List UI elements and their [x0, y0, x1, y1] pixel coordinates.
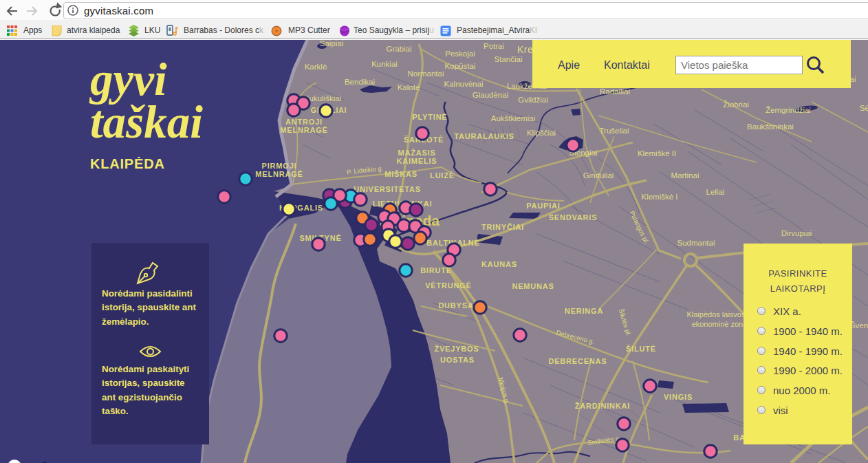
svg-text:Kunkiai: Kunkiai: [371, 60, 398, 68]
svg-text:Glaudėnai: Glaudėnai: [473, 91, 508, 99]
svg-text:NERINGA: NERINGA: [565, 307, 603, 315]
svg-text:KAUNAS: KAUNAS: [481, 260, 517, 268]
svg-text:Klemiškė I: Klemiškė I: [641, 193, 677, 201]
svg-text:Leliai: Leliai: [706, 188, 725, 196]
svg-text:ANTROJI: ANTROJI: [285, 118, 323, 126]
svg-text:Kalotė: Kalotė: [398, 83, 420, 91]
svg-text:TAURALAUKIS: TAURALAUKIS: [454, 132, 514, 140]
svg-text:Aukštkiemiai: Aukštkiemiai: [491, 114, 536, 122]
svg-text:Kalnuvėnai: Kalnuvėnai: [444, 80, 484, 88]
svg-text:Šven: Šven: [850, 321, 868, 330]
svg-text:Kopūstai: Kopūstai: [445, 62, 476, 70]
svg-text:VINGIS: VINGIS: [664, 393, 693, 401]
svg-text:NEMUNAS: NEMUNAS: [512, 282, 554, 290]
svg-text:KAIMELIS: KAIMELIS: [397, 157, 437, 165]
svg-text:Žemgrindžiai: Žemgrindžiai: [766, 106, 811, 114]
svg-text:UOSTAS: UOSTAS: [440, 356, 475, 364]
svg-text:Klemiškė II: Klemiškė II: [638, 149, 676, 158]
svg-text:Normantai: Normantai: [407, 69, 444, 78]
svg-text:MAŽASIS: MAŽASIS: [398, 149, 435, 157]
svg-text:Sudmantai: Sudmantai: [677, 239, 715, 247]
svg-text:ŽARDININKAI: ŽARDININKAI: [575, 402, 630, 410]
svg-text:Trušeliai: Trušeliai: [599, 127, 629, 135]
svg-text:Karklė: Karklė: [305, 63, 327, 71]
svg-text:UNIVERSITETAS: UNIVERSITETAS: [354, 185, 421, 193]
svg-text:Peskojai: Peskojai: [445, 50, 475, 58]
svg-text:Ginduliai: Ginduliai: [583, 171, 614, 180]
svg-text:PLYTINĖ: PLYTINĖ: [412, 113, 447, 121]
svg-text:BIRUTĖ: BIRUTĖ: [420, 266, 452, 274]
svg-text:MELNRAGĖ: MELNRAGĖ: [280, 126, 327, 134]
svg-text:MELNRAGĖ: MELNRAGĖ: [255, 170, 303, 178]
svg-text:PIRMOJI: PIRMOJI: [262, 162, 297, 170]
svg-text:Dirvupiai: Dirvupiai: [781, 229, 812, 237]
svg-text:PAUPIAI: PAUPIAI: [526, 202, 560, 210]
svg-text:Grabiai: Grabiai: [386, 45, 411, 53]
svg-text:DUBYSA: DUBYSA: [438, 301, 473, 310]
svg-text:Klipščiai: Klipščiai: [527, 129, 556, 137]
svg-text:ŽVEJYBOS: ŽVEJYBOS: [434, 345, 479, 353]
svg-text:Martinai: Martinai: [671, 171, 699, 180]
svg-text:VĖTRUNGĖ: VĖTRUNGĖ: [425, 281, 472, 290]
svg-text:Žiobriai: Žiobriai: [723, 100, 749, 109]
svg-text:ekonominė zona: ekonominė zona: [692, 320, 748, 328]
svg-text:Sėl: Sėl: [860, 104, 868, 112]
svg-text:TRINYČIAI: TRINYČIAI: [481, 223, 524, 231]
svg-text:Saipiai: Saipiai: [320, 40, 344, 47]
svg-text:Gvildžiai: Gvildžiai: [518, 96, 547, 104]
svg-text:LUIZĖ: LUIZĖ: [430, 171, 455, 180]
svg-text:SENDVARIS: SENDVARIS: [549, 213, 598, 222]
svg-text:DEBRECENAS: DEBRECENAS: [548, 357, 607, 365]
svg-text:Stančiai: Stančiai: [495, 55, 523, 63]
svg-text:Bendikai: Bendikai: [345, 78, 375, 86]
svg-text:Baukštininkai: Baukštininkai: [747, 122, 794, 131]
svg-text:MIŠKAS: MIŠKAS: [384, 170, 417, 178]
svg-text:Radailiai: Radailiai: [600, 87, 630, 96]
svg-text:Potrai: Potrai: [484, 42, 504, 50]
svg-text:ŠILUTĖ: ŠILUTĖ: [626, 345, 656, 353]
